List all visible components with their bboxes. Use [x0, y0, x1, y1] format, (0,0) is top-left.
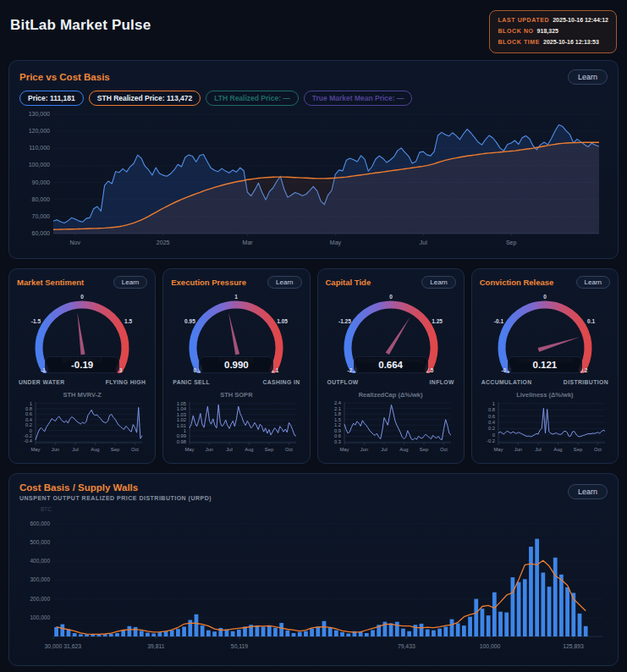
urpd-bar: [487, 615, 491, 636]
svg-text:Sep: Sep: [111, 446, 119, 451]
svg-text:39,811: 39,811: [147, 643, 165, 649]
urpd-bar: [128, 626, 132, 636]
dashboard: BitLab Market Pulse LAST UPDATED2025-10-…: [8, 7, 619, 666]
svg-text:0.95: 0.95: [184, 317, 195, 323]
svg-text:100,000: 100,000: [480, 643, 501, 649]
gauge-needle: [227, 311, 239, 355]
svg-text:0.6: 0.6: [334, 433, 341, 438]
svg-text:300,000: 300,000: [30, 576, 51, 582]
status-block-no: BLOCK NO918,325: [498, 26, 608, 37]
svg-text:0.4: 0.4: [25, 417, 33, 422]
gauge-left-label: ACCUMULATION: [481, 379, 532, 385]
gauge-title: Conviction Release: [480, 278, 554, 287]
urpd-bar: [413, 625, 417, 636]
urpd-bar: [334, 630, 338, 636]
svg-text:70,000: 70,000: [32, 213, 51, 219]
block-time-value: 2025-10-16 12:13:53: [543, 39, 599, 45]
svg-text:1.5: 1.5: [334, 417, 341, 422]
legend-chips: Price: 111,181STH Realized Price: 113,47…: [19, 91, 608, 106]
svg-text:0.4: 0.4: [488, 420, 496, 425]
gauge-value: 0.664: [354, 356, 428, 373]
urpd-bar: [261, 626, 266, 636]
svg-text:-0.2: -0.2: [487, 438, 495, 443]
learn-button-gauge-0[interactable]: Learn: [113, 276, 147, 289]
svg-text:1.05: 1.05: [177, 401, 186, 406]
svg-text:1.2: 1.2: [334, 422, 341, 427]
urpd-bar: [420, 624, 424, 636]
legend-chip-0[interactable]: Price: 111,181: [19, 91, 84, 106]
svg-text:3: 3: [119, 366, 123, 372]
svg-text:31,623: 31,623: [63, 643, 81, 649]
urpd-panel-title: Cost Basis / Supply Walls: [19, 482, 212, 493]
learn-button-gauge-3[interactable]: Learn: [576, 276, 610, 289]
urpd-bar: [395, 622, 399, 636]
price-chart: 60,00070,00080,00090,000100,000110,00012…: [19, 109, 608, 250]
urpd-bar: [279, 623, 283, 636]
svg-text:0.99: 0.99: [177, 433, 186, 438]
sparkline-chart: 1.051.041.031.021.0110.990.98MayJunJulAu…: [171, 399, 301, 456]
gauge-card-execution-pressure: Execution PressureLearn0.90.9511.051.1ST…: [162, 268, 310, 464]
urpd-bar: [578, 614, 582, 636]
last-updated-value: 2025-10-16 12:44:12: [553, 17, 608, 23]
legend-chip-3[interactable]: True Market Mean Price: —: [304, 91, 413, 106]
svg-text:2.1: 2.1: [334, 405, 341, 410]
urpd-bar: [443, 626, 448, 636]
urpd-bar: [231, 631, 235, 636]
status-block-time: BLOCK TIME2025-10-16 12:13:53: [498, 37, 608, 48]
urpd-chart: BTC600,000500,000400,000300,000200,00010…: [19, 504, 608, 657]
svg-text:Jun: Jun: [52, 446, 59, 451]
svg-text:Jun: Jun: [206, 446, 213, 451]
learn-button-price[interactable]: Learn: [568, 69, 608, 85]
svg-text:0.2: 0.2: [25, 422, 32, 427]
urpd-bar: [170, 630, 174, 636]
legend-chip-2[interactable]: LTH Realized Price: —: [206, 91, 299, 106]
urpd-bar: [182, 626, 186, 636]
learn-button-urpd[interactable]: Learn: [568, 484, 608, 499]
urpd-bar: [195, 614, 199, 636]
svg-text:0: 0: [389, 294, 393, 300]
gauge-left-label: PANIC SELL: [173, 379, 210, 385]
svg-text:1: 1: [30, 400, 32, 405]
urpd-bar: [535, 538, 539, 636]
urpd-bar: [504, 612, 509, 636]
svg-text:Oct: Oct: [440, 446, 448, 451]
learn-button-gauge-1[interactable]: Learn: [267, 276, 301, 289]
svg-text:May: May: [330, 239, 342, 245]
urpd-bar: [54, 627, 58, 636]
learn-button-gauge-2[interactable]: Learn: [421, 276, 455, 289]
sparkline-title: Liveliness (Δ%/wk): [480, 391, 610, 399]
svg-text:120,000: 120,000: [29, 128, 50, 134]
svg-text:0: 0: [543, 294, 547, 300]
svg-text:2.4: 2.4: [334, 400, 342, 405]
price-panel-title: Price vs Cost Basis: [19, 72, 110, 82]
status-last-updated: LAST UPDATED2025-10-16 12:44:12: [498, 15, 608, 26]
svg-text:30,000: 30,000: [45, 643, 63, 649]
urpd-bar: [109, 634, 113, 636]
urpd-bar: [553, 558, 558, 636]
urpd-bar: [218, 628, 223, 636]
svg-text:1.04: 1.04: [177, 406, 187, 411]
legend-chip-1[interactable]: STH Realized Price: 113,472: [89, 91, 201, 106]
sparkline-svg: 1.051.041.031.021.0110.990.98MayJunJulAu…: [171, 399, 301, 453]
svg-text:2025: 2025: [157, 239, 170, 245]
urpd-bar: [340, 632, 344, 636]
urpd-bar: [85, 634, 89, 636]
svg-text:0.8: 0.8: [25, 406, 32, 411]
urpd-bar: [285, 631, 289, 636]
svg-text:Sep: Sep: [574, 446, 582, 451]
urpd-bar: [389, 623, 393, 636]
svg-text:Oct: Oct: [594, 446, 602, 451]
urpd-bar: [206, 630, 211, 636]
urpd-bar: [474, 598, 478, 636]
svg-text:50,119: 50,119: [231, 643, 249, 649]
svg-text:0.8: 0.8: [488, 407, 495, 412]
urpd-bar: [456, 623, 460, 636]
svg-text:Nov: Nov: [70, 239, 81, 245]
svg-text:1.03: 1.03: [177, 412, 186, 417]
svg-text:-0.4: -0.4: [24, 438, 33, 443]
svg-text:Jul: Jul: [535, 446, 541, 451]
last-updated-label: LAST UPDATED: [498, 17, 549, 23]
urpd-bar: [292, 633, 296, 636]
block-time-label: BLOCK TIME: [498, 39, 540, 45]
urpd-bar: [450, 619, 454, 636]
